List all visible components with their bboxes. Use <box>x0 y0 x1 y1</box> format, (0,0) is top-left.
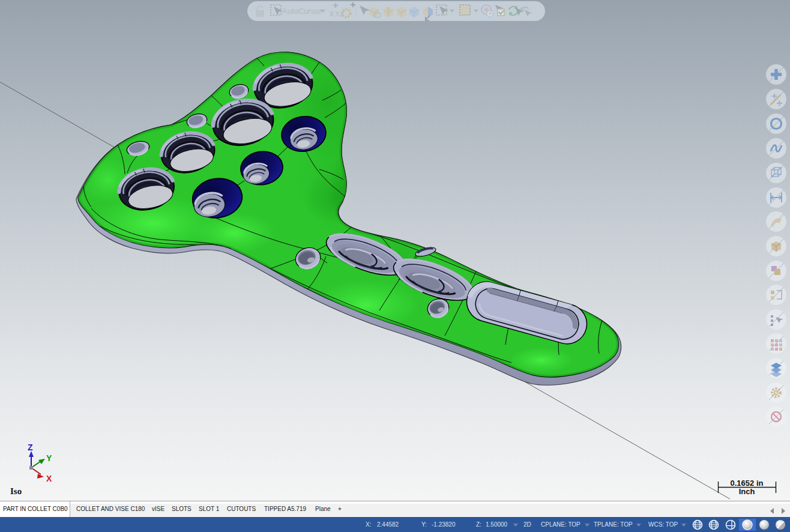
svg-text:Z: Z <box>28 443 33 452</box>
svg-text:Iso: Iso <box>10 486 22 496</box>
svg-text:Inch: Inch <box>739 487 755 496</box>
svg-text:AutoCursor: AutoCursor <box>282 7 322 16</box>
svg-text:X: X <box>46 474 52 483</box>
svg-text:0.1652 in: 0.1652 in <box>731 479 764 488</box>
svg-text:Y: Y <box>46 453 52 463</box>
